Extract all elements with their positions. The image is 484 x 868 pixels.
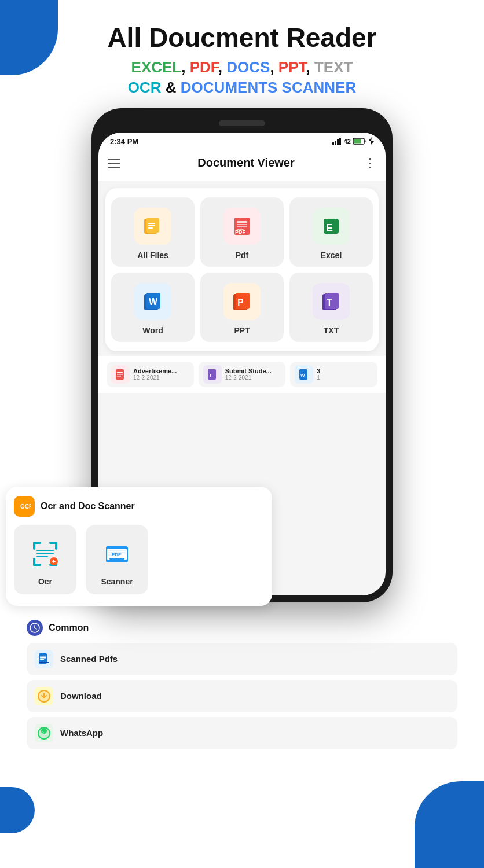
file-grid-card: All Files — [105, 188, 379, 351]
common-items: Scanned Pdfs Download — [27, 643, 457, 749]
svg-text:T: T — [209, 373, 212, 378]
common-item-scanned-pdfs[interactable]: Scanned Pdfs — [27, 643, 457, 675]
recent-file-name-1: Submit Stude... — [225, 367, 272, 374]
svg-rect-50 — [36, 553, 54, 554]
ocr-card: OCR Ocr and Doc Scanner — [6, 487, 272, 606]
file-item-txt[interactable]: T TXT — [289, 273, 373, 342]
ppt-icon: P — [223, 283, 261, 320]
docs-label: DOCS — [226, 58, 270, 76]
ppt-label-grid: PPT — [234, 326, 250, 335]
pdf-label-grid: Pdf — [236, 251, 249, 260]
svg-rect-6 — [365, 140, 366, 142]
common-item-whatsapp[interactable]: WhatsApp — [27, 717, 457, 749]
comma1: , — [181, 58, 189, 76]
svg-rect-68 — [40, 659, 44, 660]
decorative-blob-bottom-right — [415, 781, 484, 868]
excel-label-grid: Excel — [321, 251, 342, 260]
recent-file-item-0[interactable]: Advertiseme... 12-2-2021 — [107, 362, 194, 387]
battery-text: 42 — [344, 138, 351, 145]
word-icon: W — [134, 283, 171, 320]
download-label: Download — [60, 691, 102, 701]
ocr-item[interactable]: Ocr — [14, 525, 76, 594]
scanner-label: Scanner — [101, 577, 133, 586]
recent-file-item-1[interactable]: T Submit Stude... 12-2-2021 — [199, 362, 286, 387]
app-bar-title: Document Viewer — [197, 156, 294, 170]
ocr-tool-icon — [28, 536, 63, 571]
pdf-label: PDF — [190, 58, 218, 76]
scanned-pdfs-label: Scanned Pdfs — [60, 654, 118, 664]
whatsapp-label: WhatsApp — [60, 728, 103, 738]
recent-file-name-0: Advertiseme... — [133, 367, 177, 374]
pdf-icon: PDF — [223, 208, 261, 245]
svg-rect-60 — [109, 558, 124, 560]
svg-text:P: P — [237, 297, 244, 307]
comma4: , — [306, 58, 314, 76]
ocr-items: Ocr PDF Sc — [14, 525, 264, 594]
subtitle-line2: OCR & DOCUMENTS SCANNER — [128, 79, 356, 97]
text-label: TEXT — [314, 58, 353, 76]
main-title: All Doucment Reader — [107, 23, 376, 53]
status-icons: 42 — [332, 137, 374, 145]
svg-marker-7 — [368, 137, 374, 145]
svg-rect-49 — [36, 550, 54, 551]
recent-file-date-1: 12-2-2021 — [225, 374, 272, 381]
scanner-item[interactable]: PDF Scanner — [86, 525, 148, 594]
svg-rect-15 — [237, 221, 247, 223]
status-time: 2:34 PM — [110, 137, 138, 146]
svg-rect-44 — [55, 542, 57, 550]
common-clock-icon — [27, 620, 43, 636]
svg-rect-42 — [33, 542, 35, 550]
svg-rect-69 — [39, 662, 49, 663]
ppt-label: PPT — [278, 58, 306, 76]
svg-rect-2 — [337, 139, 339, 145]
svg-rect-17 — [237, 226, 247, 227]
ocr-header-label: OCR — [128, 79, 162, 96]
svg-rect-0 — [332, 142, 334, 145]
all-files-label: All Files — [137, 251, 168, 260]
file-item-pdf[interactable]: PDF Pdf — [200, 197, 284, 267]
file-item-all-files[interactable]: All Files — [111, 197, 195, 267]
svg-text:PDF: PDF — [112, 552, 121, 557]
whatsapp-icon — [35, 724, 53, 742]
recent-file-item-2[interactable]: W 3 1 — [290, 362, 377, 387]
svg-rect-1 — [335, 141, 336, 145]
word-label-grid: Word — [142, 326, 163, 335]
svg-rect-67 — [40, 657, 46, 659]
svg-rect-33 — [117, 374, 123, 375]
svg-rect-57 — [108, 550, 126, 551]
file-item-ppt[interactable]: P PPT — [200, 273, 284, 342]
amp-text: & — [162, 79, 181, 96]
common-header: Common — [27, 620, 457, 636]
svg-rect-32 — [117, 372, 123, 373]
svg-text:PDF: PDF — [235, 229, 246, 235]
signal-icon — [332, 138, 342, 145]
ocr-section-title: Ocr and Doc Scanner — [41, 501, 135, 512]
svg-rect-3 — [339, 138, 341, 145]
recent-file-date-2: 1 — [317, 374, 320, 381]
more-options-button[interactable]: ⋮ — [364, 156, 376, 171]
common-section-title: Common — [49, 623, 89, 633]
comma2: , — [218, 58, 226, 76]
svg-text:OCR: OCR — [20, 503, 31, 510]
all-files-icon — [134, 208, 171, 245]
svg-rect-16 — [237, 224, 247, 225]
battery-icon — [353, 138, 366, 145]
file-item-excel[interactable]: E Excel — [289, 197, 373, 267]
svg-text:W: W — [149, 297, 158, 307]
common-item-download[interactable]: Download — [27, 680, 457, 712]
ocr-tool-label: Ocr — [38, 577, 52, 586]
ocr-badge-icon: OCR — [14, 496, 35, 517]
comma3: , — [270, 58, 278, 76]
charging-icon — [368, 137, 374, 145]
svg-rect-11 — [148, 225, 155, 226]
txt-label-grid: TXT — [324, 326, 339, 335]
phone-notch — [219, 120, 265, 126]
file-item-word[interactable]: W Word — [111, 273, 195, 342]
svg-rect-10 — [148, 223, 155, 224]
svg-text:E: E — [326, 222, 333, 234]
recent-file-date-0: 12-2-2021 — [133, 374, 177, 381]
hamburger-button[interactable] — [108, 153, 129, 174]
download-icon — [35, 687, 53, 705]
svg-text:T: T — [327, 297, 332, 307]
svg-rect-51 — [36, 556, 48, 557]
